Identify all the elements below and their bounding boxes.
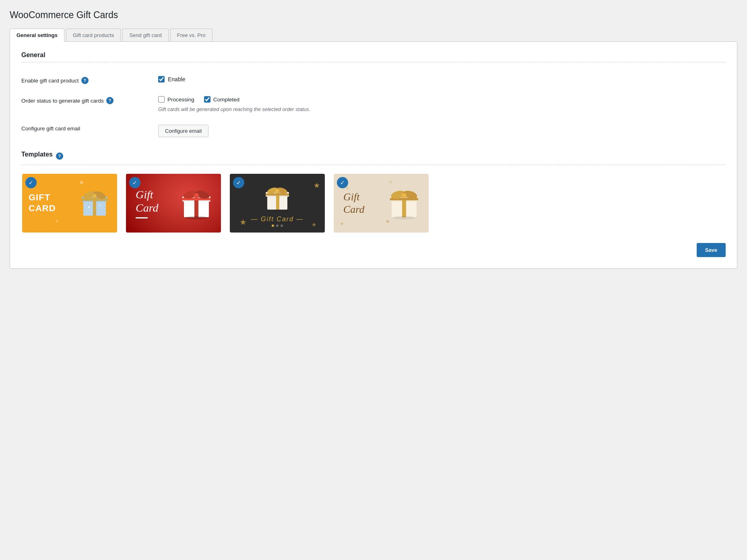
enable-checkbox-label[interactable]: Enable	[168, 76, 186, 82]
completed-checkbox-item: Completed	[204, 96, 239, 103]
footer-row: Save	[21, 243, 726, 257]
tabs-bar: General settings Gift card products Send…	[10, 29, 737, 41]
template-card-2[interactable]: ✓ Gift Card	[125, 173, 222, 233]
svg-point-30	[402, 193, 407, 198]
general-section: General Enable gift card product ? Enabl…	[21, 51, 726, 143]
templates-help-icon[interactable]: ?	[56, 152, 63, 160]
templates-section-title: Templates	[21, 151, 53, 158]
processing-label[interactable]: Processing	[167, 97, 194, 103]
svg-point-31	[393, 216, 415, 219]
templates-grid: ✓ ✦ ✦ GIFT CARD	[21, 173, 726, 233]
svg-rect-3	[82, 198, 107, 201]
svg-point-6	[93, 194, 97, 198]
svg-point-7	[88, 206, 90, 208]
completed-checkbox[interactable]	[204, 96, 210, 103]
svg-point-23	[275, 189, 279, 193]
order-status-control: Processing Completed Gift cards will be …	[158, 96, 726, 113]
processing-checkbox-item: Processing	[158, 96, 194, 103]
template-4-text: Gift Card	[343, 191, 365, 216]
template-2-text: Gift Card	[136, 188, 159, 215]
svg-point-15	[194, 193, 199, 198]
general-section-title: General	[21, 51, 726, 59]
svg-rect-20	[266, 194, 289, 196]
page-title: WooCommerce Gift Cards	[10, 10, 737, 21]
order-status-row: Order status to generate gift cards ? Pr…	[21, 91, 726, 119]
templates-section: Templates ? ✓ ✦ ✦ GIFT CARD	[21, 151, 726, 233]
template-4-check-icon: ✓	[337, 177, 348, 188]
processing-checkbox[interactable]	[158, 96, 165, 103]
order-status-hint: Gift cards will be generated upon reachi…	[158, 106, 311, 113]
tab-send-gift-card[interactable]: Send gift card	[122, 29, 168, 41]
template-1-check-icon: ✓	[25, 177, 37, 188]
template-1-gift-icon	[78, 186, 111, 218]
enable-gift-card-checkbox[interactable]	[158, 76, 165, 82]
completed-label[interactable]: Completed	[213, 97, 239, 103]
svg-point-16	[185, 216, 208, 219]
template-3-check-icon: ✓	[233, 177, 244, 188]
templates-section-divider	[21, 165, 726, 165]
template-2-gift-icon	[178, 184, 215, 220]
enable-gift-card-row: Enable gift card product ? Enable	[21, 70, 726, 91]
configure-email-control: Configure email	[158, 125, 726, 137]
general-section-divider	[21, 62, 726, 62]
enable-gift-card-label: Enable gift card product ?	[21, 76, 158, 84]
tab-free-vs-pro[interactable]: Free vs. Pro	[170, 29, 213, 41]
enable-gift-card-control: Enable	[158, 76, 726, 85]
template-card-4[interactable]: ✓ ★ ★ ★ ★ ★ Gift Card	[333, 173, 429, 233]
configure-email-button[interactable]: Configure email	[158, 125, 208, 137]
template-2-check-icon: ✓	[129, 177, 140, 188]
template-4-gift-icon	[386, 184, 422, 220]
configure-email-row: Configure gift card email Configure emai…	[21, 119, 726, 143]
order-status-help-icon[interactable]: ?	[106, 97, 113, 104]
order-status-checkboxes: Processing Completed	[158, 96, 726, 103]
template-card-3[interactable]: ✓ ★ ★ ★ ★	[229, 173, 326, 233]
template-3-gift-icon	[263, 183, 291, 211]
svg-point-8	[99, 205, 101, 206]
order-status-label: Order status to generate gift cards ?	[21, 96, 158, 104]
tab-general-settings[interactable]: General settings	[10, 29, 64, 42]
templates-title-row: Templates ?	[21, 151, 726, 161]
template-1-text: GIFT CARD	[29, 192, 78, 214]
tab-gift-card-products[interactable]: Gift card products	[66, 29, 121, 41]
configure-email-label: Configure gift card email	[21, 125, 158, 132]
enable-gift-card-help-icon[interactable]: ?	[81, 77, 89, 84]
main-content-card: General Enable gift card product ? Enabl…	[10, 41, 737, 269]
template-card-1[interactable]: ✓ ✦ ✦ GIFT CARD	[21, 173, 118, 233]
enable-checkbox-row: Enable	[158, 76, 726, 82]
save-button[interactable]: Save	[697, 243, 726, 257]
